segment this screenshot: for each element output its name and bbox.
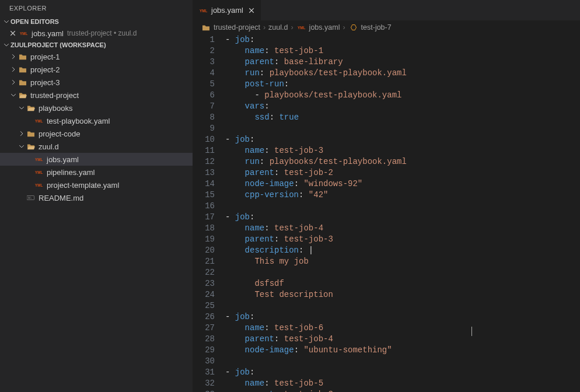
chevron-down-icon: [18, 105, 26, 111]
svg-text:YML: YML: [200, 8, 207, 12]
tab-bar: YML jobs.yaml: [193, 0, 580, 20]
yaml-file-icon: YML: [34, 156, 44, 162]
folder-icon: [26, 130, 36, 137]
breadcrumb-seg[interactable]: trusted-project: [214, 23, 260, 32]
chevron-right-icon: [9, 79, 18, 85]
workspace-header[interactable]: ZUULPROJECT (WORKSPACE): [0, 40, 193, 50]
folder-open-icon: [18, 92, 28, 99]
svg-text:YML: YML: [298, 26, 305, 30]
svg-text:YML: YML: [35, 158, 43, 162]
folder-label: zuul.d: [39, 142, 59, 151]
folder-label: project-2: [30, 65, 60, 74]
folder-project-1[interactable]: project-1: [0, 50, 193, 63]
markdown-file-icon: M↓: [26, 195, 36, 201]
file-project-template-yaml[interactable]: YML project-template.yaml: [0, 178, 193, 191]
breadcrumb-seg[interactable]: zuul.d: [268, 23, 288, 32]
folder-project-code[interactable]: project-code: [0, 127, 193, 140]
svg-text:YML: YML: [20, 32, 27, 36]
chevron-down-icon: [18, 144, 26, 149]
file-pipelines-yaml[interactable]: YML pipelines.yaml: [0, 166, 193, 178]
file-label: test-playbook.yaml: [47, 117, 110, 125]
line-numbers: 1234567891011121314151617181920212223242…: [193, 34, 225, 392]
folder-icon: [18, 53, 28, 60]
yaml-file-icon: YML: [34, 118, 44, 124]
chevron-right-icon: ›: [263, 23, 265, 32]
breadcrumb[interactable]: trusted-project › zuul.d › YML jobs.yaml…: [193, 20, 580, 34]
svg-text:YML: YML: [35, 170, 43, 174]
breadcrumb-seg[interactable]: test-job-7: [361, 23, 392, 32]
workspace-label: ZUULPROJECT (WORKSPACE): [11, 41, 106, 48]
close-icon[interactable]: [248, 7, 255, 14]
open-editors-label: OPEN EDITORS: [11, 18, 59, 25]
text-cursor-icon: [471, 327, 472, 336]
tab-label: jobs.yaml: [211, 6, 243, 15]
chevron-right-icon: [9, 66, 18, 72]
open-editor-path: trusted-project • zuul.d: [67, 29, 137, 37]
folder-label: trusted-project: [30, 91, 79, 100]
folder-open-icon: [26, 143, 36, 150]
code-editor[interactable]: 1234567891011121314151617181920212223242…: [193, 34, 580, 392]
file-label: jobs.yaml: [47, 155, 79, 164]
svg-text:YML: YML: [35, 119, 43, 123]
explorer-title: EXPLORER: [0, 0, 193, 16]
folder-playbooks[interactable]: playbooks: [0, 102, 193, 114]
tab-jobs-yaml[interactable]: YML jobs.yaml: [193, 0, 261, 20]
svg-text:M↓: M↓: [28, 197, 32, 200]
explorer-sidebar: EXPLORER OPEN EDITORS YML jobs.yaml trus…: [0, 0, 193, 392]
svg-text:YML: YML: [35, 183, 43, 187]
folder-project-2[interactable]: project-2: [0, 63, 193, 76]
file-jobs-yaml[interactable]: YML jobs.yaml: [0, 153, 193, 166]
folder-label: project-1: [30, 52, 60, 61]
chevron-down-icon: [9, 92, 18, 98]
file-test-playbook[interactable]: YML test-playbook.yaml: [0, 114, 193, 127]
folder-project-3[interactable]: project-3: [0, 76, 193, 89]
folder-trusted-project[interactable]: trusted-project: [0, 89, 193, 102]
file-label: pipelines.yaml: [47, 168, 95, 177]
chevron-right-icon: ›: [343, 23, 345, 32]
yaml-file-icon: YML: [296, 24, 307, 30]
open-editor-filename: jobs.yaml: [32, 29, 64, 38]
chevron-right-icon: [18, 131, 26, 136]
folder-open-icon: [26, 104, 36, 111]
chevron-right-icon: [9, 54, 18, 60]
folder-zuul-d[interactable]: zuul.d: [0, 140, 193, 153]
chevron-down-icon: [2, 42, 11, 48]
file-label: project-template.yaml: [47, 181, 119, 190]
chevron-right-icon: ›: [291, 23, 293, 32]
editor-area: YML jobs.yaml trusted-project › zuul.d ›…: [193, 0, 580, 392]
file-tree: project-1 project-2 project-3 trusted-pr…: [0, 50, 193, 204]
folder-icon: [18, 66, 28, 73]
folder-label: playbooks: [39, 104, 73, 113]
yaml-file-icon: YML: [198, 8, 209, 13]
chevron-down-icon: [2, 19, 11, 24]
open-editor-item[interactable]: YML jobs.yaml trusted-project • zuul.d: [0, 27, 193, 40]
code-content[interactable]: - job: name: test-job-1 parent: base-lib…: [225, 34, 580, 392]
file-label: README.md: [39, 194, 83, 202]
breadcrumb-seg[interactable]: jobs.yaml: [309, 23, 340, 32]
symbol-icon: [348, 24, 359, 31]
open-editors-header[interactable]: OPEN EDITORS: [0, 16, 193, 27]
folder-label: project-3: [30, 78, 60, 87]
close-icon[interactable]: [9, 30, 19, 37]
folder-icon: [18, 79, 28, 86]
file-readme[interactable]: M↓ README.md: [0, 191, 193, 204]
folder-icon: [201, 24, 211, 31]
yaml-file-icon: YML: [34, 182, 44, 188]
yaml-file-icon: YML: [34, 169, 44, 175]
yaml-file-icon: YML: [19, 30, 29, 36]
folder-label: project-code: [39, 130, 81, 138]
